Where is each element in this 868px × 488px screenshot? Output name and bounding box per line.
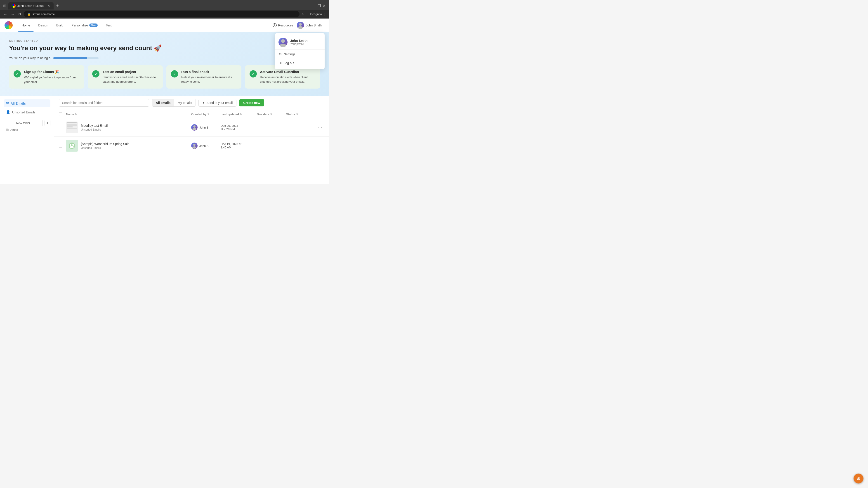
email-section: ✉ All Emails 👤 Unsorted Emails New folde… <box>0 96 329 184</box>
dropdown-profile-item[interactable]: John Smith Your profile <box>275 35 324 50</box>
select-all-checkbox[interactable] <box>59 112 62 116</box>
folder-item-amas[interactable]: Amas <box>4 126 51 133</box>
check-icon-2: ✓ <box>171 70 178 77</box>
email-icon: ✉ <box>6 101 9 105</box>
svg-point-8 <box>70 144 71 146</box>
lock-icon: 🔒 <box>27 13 31 16</box>
app-logo[interactable] <box>4 21 13 29</box>
workspace-picker[interactable]: ⊞ <box>2 3 7 8</box>
active-tab[interactable]: John Smith > Litmus ✕ <box>8 2 54 9</box>
nav-item-design[interactable]: Design <box>35 19 52 32</box>
row-checkbox-col-1 <box>59 144 66 148</box>
email-thumbnail-1 <box>66 140 78 152</box>
card-desc-0: We're glad you're here to get more from … <box>24 75 80 84</box>
table-header: Name ⇅ Created by ⇅ Last updated ⇅ Due d… <box>54 110 329 119</box>
reload-button[interactable]: ↻ <box>17 11 22 17</box>
dropdown-settings-item[interactable]: ⚙ Settings <box>275 50 324 59</box>
close-window-button[interactable]: ✕ <box>322 4 326 8</box>
email-folder-0: Unsorted Emails <box>81 128 191 131</box>
table-row[interactable]: [Sample] Wonderblum Spring Sale Unsorted… <box>54 137 329 155</box>
sidebar-item-all-emails[interactable]: ✉ All Emails <box>4 99 51 107</box>
card-desc-1: Send in your email and run QA checks to … <box>103 75 158 84</box>
svg-point-3 <box>280 43 286 47</box>
header-created-col[interactable]: Created by ⇅ <box>191 112 221 116</box>
window-controls: ─ ❐ ✕ <box>311 2 327 10</box>
svg-point-4 <box>193 125 195 128</box>
dropdown-user-info: John Smith Your profile <box>290 39 307 46</box>
nav-item-home[interactable]: Home <box>18 19 34 32</box>
dropdown-logout-item[interactable]: ⇥ Log out <box>275 59 324 67</box>
row-more-button-1[interactable]: ⋯ <box>317 143 323 149</box>
send-in-email-button[interactable]: ➤ Send in your email <box>198 99 237 107</box>
email-creator-0: John S. <box>191 124 221 131</box>
filter-all-emails-button[interactable]: All emails <box>152 99 174 106</box>
logout-label: Log out <box>284 61 294 65</box>
star-icon[interactable]: ☆ <box>301 12 304 16</box>
row-actions-0: ⋯ <box>315 125 324 130</box>
creator-avatar-1 <box>191 142 197 149</box>
email-toolbar: All emails My emails ➤ Send in your emai… <box>54 96 329 110</box>
card-title-2: Run a final check <box>181 70 237 74</box>
getting-started-label: GETTING STARTED <box>9 39 320 42</box>
progress-text: You're on your way to being a <box>9 56 51 60</box>
row-more-button-0[interactable]: ⋯ <box>317 125 323 130</box>
nav-item-build[interactable]: Build <box>53 19 67 32</box>
header-updated-col[interactable]: Last updated ⇅ <box>221 112 257 116</box>
row-actions-1: ⋯ <box>315 143 324 149</box>
header-checkbox-col <box>59 112 66 116</box>
gs-card-0: ✓ Sign up for Litmus 🎉 We're glad you're… <box>9 65 84 89</box>
close-tab-btn[interactable]: ✕ <box>48 4 50 7</box>
sidebar: ✉ All Emails 👤 Unsorted Emails New folde… <box>0 96 54 184</box>
new-folder-button[interactable]: New folder <box>4 120 43 126</box>
search-input[interactable] <box>59 99 149 107</box>
row-checkbox[interactable] <box>59 126 62 129</box>
svg-point-10 <box>70 146 74 148</box>
folder-name: Amas <box>10 128 18 131</box>
progress-bar-fill <box>53 57 87 59</box>
back-button[interactable]: ← <box>3 11 8 17</box>
info-icon: i <box>273 23 277 27</box>
email-name-0: Moodjoy test Email <box>81 124 191 127</box>
header-due-col[interactable]: Due date ⇅ <box>257 112 286 116</box>
nav-right: i Resources John Smith ▾ <box>273 22 324 29</box>
restore-button[interactable]: ❐ <box>318 4 321 8</box>
create-new-button[interactable]: Create new <box>239 99 264 106</box>
header-status-col[interactable]: Status ⇅ <box>286 112 315 116</box>
sidebar-item-unsorted[interactable]: 👤 Unsorted Emails <box>4 108 51 116</box>
email-updated-1: Dec 19, 2023 at 1:46 AM <box>221 142 257 149</box>
updated-sort-icon: ⇅ <box>240 113 242 116</box>
card-content-2: Run a final check Retest your revised em… <box>181 70 237 84</box>
header-name-col[interactable]: Name ⇅ <box>66 112 191 116</box>
filter-buttons: All emails My emails <box>152 99 196 107</box>
svg-point-12 <box>192 147 196 149</box>
table-row[interactable]: Moodjoy test Email Unsorted Emails John … <box>54 119 329 137</box>
address-actions: ☆ ▭ Incognito ⋮ <box>301 12 327 16</box>
menu-icon[interactable]: ⋮ <box>323 12 327 16</box>
personalize-badge: New <box>89 24 98 27</box>
url-input[interactable]: 🔒 litmus.com/home <box>24 11 300 17</box>
row-checkbox-1[interactable] <box>59 144 62 148</box>
email-name-1: [Sample] Wonderblum Spring Sale <box>81 142 191 146</box>
creator-name-1: John S. <box>199 144 209 148</box>
card-desc-2: Retest your revised email to ensure it's… <box>181 75 237 84</box>
nav-item-test[interactable]: Test <box>102 19 115 32</box>
dropdown-user-subtitle: Your profile <box>290 42 307 46</box>
status-sort-icon: ⇅ <box>296 113 298 116</box>
minimize-button[interactable]: ─ <box>313 4 316 8</box>
card-content-1: Test an email project Send in your email… <box>103 70 158 84</box>
folder-dot <box>6 129 8 131</box>
forward-button[interactable]: → <box>10 11 16 17</box>
progress-section: You're on your way to being a <box>9 56 320 60</box>
new-tab-button[interactable]: + <box>55 2 61 9</box>
dropdown-avatar <box>278 38 287 47</box>
folder-menu-button[interactable]: ≡ <box>44 120 51 126</box>
user-menu-button[interactable]: John Smith ▾ <box>297 22 324 29</box>
dropdown-user-name: John Smith <box>290 39 307 42</box>
cast-icon[interactable]: ▭ <box>306 12 309 16</box>
created-sort-icon: ⇅ <box>207 113 209 116</box>
resources-button[interactable]: i Resources <box>273 23 293 27</box>
email-thumbnail-0 <box>66 122 78 133</box>
nav-item-personalize[interactable]: Personalize New <box>68 19 101 32</box>
user-name: John Smith <box>306 24 322 27</box>
filter-my-emails-button[interactable]: My emails <box>174 99 195 106</box>
